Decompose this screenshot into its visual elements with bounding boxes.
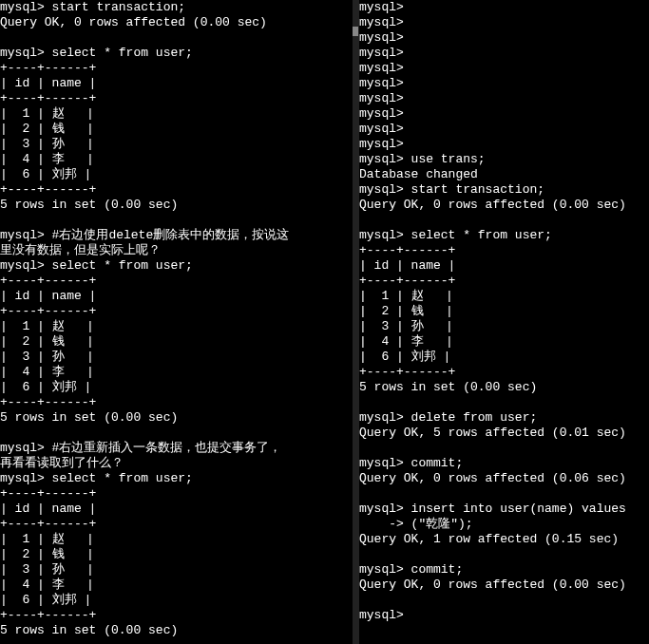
left-terminal[interactable]: mysql> start transaction; Query OK, 0 ro… xyxy=(0,0,359,644)
left-terminal-output: mysql> start transaction; Query OK, 0 ro… xyxy=(0,0,358,638)
left-scrollbar-thumb[interactable] xyxy=(353,27,358,36)
split-terminals: mysql> start transaction; Query OK, 0 ro… xyxy=(0,0,649,644)
left-scrollbar-track[interactable] xyxy=(353,0,358,644)
right-terminal[interactable]: mysql> mysql> mysql> mysql> mysql> mysql… xyxy=(359,0,649,644)
right-terminal-output: mysql> mysql> mysql> mysql> mysql> mysql… xyxy=(359,0,649,623)
